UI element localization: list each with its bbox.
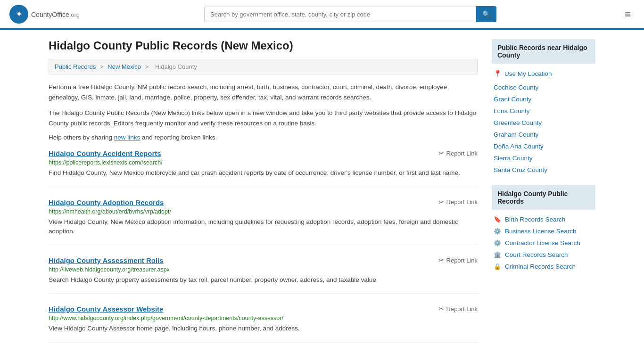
report-link-1[interactable]: ✂ Report Link — [438, 198, 478, 206]
public-record-link-4[interactable]: Criminal Records Search — [505, 263, 576, 270]
nearby-county-item: Luna County — [492, 105, 595, 117]
record-header-1: Hidalgo County Adoption Records ✂ Report… — [49, 198, 478, 206]
public-record-icon-3: 🏛️ — [494, 251, 501, 258]
breadcrumb-public-records[interactable]: Public Records — [55, 63, 96, 70]
record-url-0[interactable]: https://policereports.lexisnexis.com//se… — [49, 159, 478, 166]
report-link-label-2: Report Link — [446, 257, 478, 264]
record-desc-1: View Hidalgo County, New Mexico adoption… — [49, 217, 478, 237]
nearby-county-link-2[interactable]: Luna County — [494, 107, 530, 115]
report-link-0[interactable]: ✂ Report Link — [438, 149, 478, 157]
search-area: 🔍 — [204, 6, 496, 22]
nearby-county-link-7[interactable]: Santa Cruz County — [494, 166, 547, 173]
public-record-link-1[interactable]: Business License Search — [505, 228, 577, 235]
public-record-icon-0: 🔖 — [494, 216, 501, 223]
nearby-county-item: Santa Cruz County — [492, 164, 595, 176]
public-record-link-3[interactable]: Court Records Search — [505, 251, 568, 258]
public-record-link-2[interactable]: Contractor License Search — [505, 239, 580, 247]
new-links-link[interactable]: new links — [114, 134, 140, 141]
record-title-1[interactable]: Hidalgo County Adoption Records — [49, 198, 164, 206]
record-header-3: Hidalgo County Assessor Website ✂ Report… — [49, 305, 478, 313]
record-desc-0: Find Hidalgo County, New Mexico motorcyc… — [49, 168, 478, 178]
use-my-location-link[interactable]: Use My Location — [504, 70, 552, 77]
report-link-label-0: Report Link — [446, 150, 478, 157]
search-input[interactable] — [204, 7, 476, 22]
public-record-item: 🔖 Birth Records Search — [492, 214, 595, 225]
record-title-3[interactable]: Hidalgo County Assessor Website — [49, 305, 163, 313]
nearby-header: Public Records near Hidalgo County — [492, 39, 595, 64]
nearby-county-link-0[interactable]: Cochise County — [494, 84, 538, 91]
public-record-link-0[interactable]: Birth Records Search — [505, 216, 565, 223]
report-icon-3: ✂ — [438, 305, 444, 313]
breadcrumb-sep1: > — [100, 63, 105, 70]
public-record-item: ⚙️ Business License Search — [492, 225, 595, 237]
share-text-after: and reporting broken links. — [140, 134, 217, 141]
record-entry: Hidalgo County Adoption Records ✂ Report… — [49, 198, 478, 246]
public-record-item: ⚙️ Contractor License Search — [492, 237, 595, 249]
record-url-2[interactable]: http://liveweb.hidalgocounty.org/treasur… — [49, 266, 478, 273]
report-link-label-3: Report Link — [446, 305, 478, 313]
record-url-1[interactable]: https://nmhealth.org/about/erd/bvrhs/vrp… — [49, 208, 478, 215]
records-container: Hidalgo County Accident Reports ✂ Report… — [49, 149, 478, 342]
nearby-county-link-1[interactable]: Grant County — [494, 96, 531, 103]
report-link-2[interactable]: ✂ Report Link — [438, 256, 478, 264]
public-record-icon-2: ⚙️ — [494, 239, 501, 247]
intro-paragraph-2: The Hidalgo County Public Records (New M… — [49, 108, 478, 128]
record-url-3[interactable]: http://www.hidalgocounty.org/index.php/g… — [49, 315, 478, 321]
public-records-header: Hidalgo County Public Records — [492, 185, 595, 210]
nearby-county-item: Doña Ana County — [492, 140, 595, 152]
record-title-2[interactable]: Hidalgo County Assessment Rolls — [49, 256, 164, 264]
nearby-county-item: Cochise County — [492, 82, 595, 93]
public-records-section: Hidalgo County Public Records 🔖 Birth Re… — [492, 185, 595, 272]
report-link-label-1: Report Link — [446, 198, 478, 206]
public-records-list: 🔖 Birth Records Search ⚙️ Business Licen… — [492, 214, 595, 272]
use-location-item: 📍 Use My Location — [492, 67, 595, 80]
logo-text: CountyOffice.org — [31, 9, 80, 19]
report-icon-0: ✂ — [438, 149, 444, 157]
nearby-county-item: Greenlee County — [492, 117, 595, 129]
nearby-counties-list: Cochise CountyGrant CountyLuna CountyGre… — [492, 82, 595, 176]
public-record-icon-4: 🔒 — [494, 263, 501, 270]
record-title-0[interactable]: Hidalgo County Accident Reports — [49, 149, 161, 157]
location-pin-icon: 📍 — [494, 70, 502, 77]
public-record-icon-1: ⚙️ — [494, 228, 501, 235]
nearby-county-link-5[interactable]: Doña Ana County — [494, 143, 544, 150]
record-desc-3: View Hidalgo County Assessor home page, … — [49, 324, 478, 333]
nearby-county-link-6[interactable]: Sierra County — [494, 155, 533, 162]
hamburger-menu-button[interactable]: ≡ — [621, 6, 635, 22]
nearby-county-link-3[interactable]: Greenlee County — [494, 119, 542, 126]
public-record-item: 🏛️ Court Records Search — [492, 249, 595, 261]
nearby-county-link-4[interactable]: Graham County — [494, 131, 538, 138]
nearby-county-item: Grant County — [492, 93, 595, 105]
logo-area: ✦ CountyOffice.org — [9, 5, 80, 24]
main-content: Hidalgo County Public Records (New Mexic… — [49, 39, 478, 354]
record-header-2: Hidalgo County Assessment Rolls ✂ Report… — [49, 256, 478, 264]
site-header: ✦ CountyOffice.org 🔍 ≡ — [0, 0, 644, 30]
breadcrumb-sep2: > — [145, 63, 150, 70]
record-desc-2: Search Hidalgo County property assessmen… — [49, 275, 478, 285]
breadcrumb: Public Records > New Mexico > Hidalgo Co… — [49, 59, 478, 74]
share-paragraph: Help others by sharing new links and rep… — [49, 134, 478, 141]
search-button[interactable]: 🔍 — [476, 6, 496, 22]
logo-icon: ✦ — [9, 5, 28, 24]
intro-paragraph-1: Perform a free Hidalgo County, NM public… — [49, 82, 478, 102]
page-title: Hidalgo County Public Records (New Mexic… — [49, 39, 478, 52]
sidebar: Public Records near Hidalgo County 📍 Use… — [492, 39, 595, 354]
record-header-0: Hidalgo County Accident Reports ✂ Report… — [49, 149, 478, 157]
public-record-item: 🔒 Criminal Records Search — [492, 261, 595, 272]
breadcrumb-new-mexico[interactable]: New Mexico — [107, 63, 141, 70]
nearby-section: Public Records near Hidalgo County 📍 Use… — [492, 39, 595, 176]
record-entry: Hidalgo County Assessor Website ✂ Report… — [49, 305, 478, 342]
breadcrumb-hidalgo-county: Hidalgo County — [155, 63, 197, 70]
report-icon-2: ✂ — [438, 256, 444, 264]
page-container: Hidalgo County Public Records (New Mexic… — [39, 30, 605, 362]
record-entry: Hidalgo County Accident Reports ✂ Report… — [49, 149, 478, 187]
nearby-county-item: Sierra County — [492, 152, 595, 164]
record-entry: Hidalgo County Assessment Rolls ✂ Report… — [49, 256, 478, 294]
report-link-3[interactable]: ✂ Report Link — [438, 305, 478, 313]
report-icon-1: ✂ — [438, 198, 444, 206]
nearby-county-item: Graham County — [492, 129, 595, 140]
share-text-before: Help others by sharing — [49, 134, 114, 141]
